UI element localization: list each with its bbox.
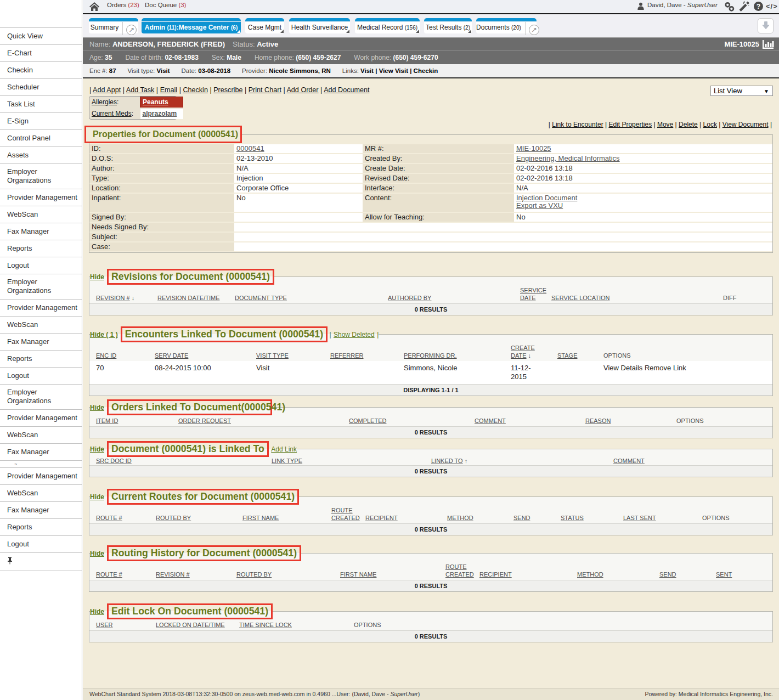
svg-text:?: ? (757, 3, 760, 10)
